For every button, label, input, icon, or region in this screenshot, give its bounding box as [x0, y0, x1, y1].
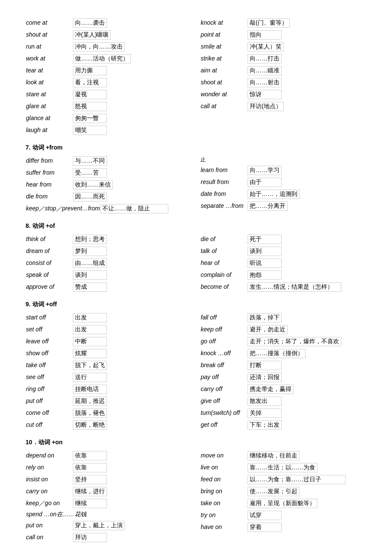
phrase: hear from	[26, 181, 73, 188]
meaning: 出发	[73, 313, 107, 322]
meaning: 关掉	[248, 408, 282, 418]
entry-spend-on: spend …on在……花钱	[26, 509, 192, 520]
phrase: wonder at	[201, 91, 248, 98]
meaning: 做……活动（研究）	[73, 54, 131, 63]
phrase: take off	[26, 362, 73, 368]
entry-talk-of: talk of 谈到	[200, 245, 366, 257]
phrase: keep off	[201, 326, 248, 333]
phrase: smile at	[201, 43, 248, 50]
entry-knock-off: knock …off 把……撞落（撞倒）	[200, 348, 366, 359]
meaning: 炫耀	[73, 349, 107, 358]
entry-keep-go-on: keep／go on 继续	[26, 497, 192, 509]
entry-take-off: take off 脱下，起飞	[26, 359, 192, 371]
meaning: 使……发展；引起	[248, 487, 300, 496]
entry-strike-at: strike at 向……打击	[200, 53, 366, 65]
phrase: call on	[26, 534, 73, 541]
col-left-at: come at 向……袭击 shout at 冲(某人)嚷嚷 run at 冲向…	[26, 17, 192, 136]
entry-differ-from: differ from 与……不同	[26, 155, 192, 167]
phrase: depend on	[26, 452, 73, 459]
phrase: carry on	[26, 488, 73, 495]
meaning: 跌落，掉下	[248, 313, 282, 322]
phrase: consist of	[26, 259, 73, 266]
meaning: 切断，断绝	[73, 420, 107, 430]
page: come at 向……袭击 shout at 冲(某人)嚷嚷 run at 冲向…	[26, 17, 366, 543]
entry-glare-at: glare at 怒视	[26, 101, 192, 112]
phrase: show off	[26, 350, 73, 357]
meaning: 挂断电话	[73, 385, 107, 394]
phrase: differ from	[26, 157, 73, 164]
entry-stare-at: stare at 凝视	[26, 89, 192, 101]
phrase: give off	[201, 397, 248, 404]
section-on: depend on 依靠 rely on 依靠 insist on 坚持 car…	[26, 450, 366, 543]
col-right-off: fall off 跌落，掉下 keep off 避开，勿走近 go off 走开…	[200, 312, 366, 431]
entry-separate-from: separate …from 把……分离开	[200, 200, 366, 212]
phrase: learn from	[201, 167, 248, 173]
entry-shout-at: shout at 冲(某人)嚷嚷	[26, 29, 192, 41]
meaning: 由于	[248, 178, 282, 187]
meaning: 出发	[73, 325, 107, 334]
section-from: differ from 与……不同 suffer from 受……苦 hear …	[26, 155, 366, 215]
meaning	[94, 515, 162, 516]
meaning: 想到；思考	[73, 235, 107, 244]
meaning: 指向	[248, 30, 282, 40]
phrase: date from	[201, 190, 248, 197]
meaning: 始于……，追溯到	[248, 190, 300, 199]
meaning: 继续	[73, 499, 107, 508]
phrase: glance at	[26, 115, 73, 121]
entry-hear-from: hear from 收到……来信	[26, 179, 192, 191]
meaning: 依靠	[73, 463, 107, 472]
entry-learn-from: learn from 向……学习	[200, 164, 366, 176]
meaning: 穿上，戴上，上演	[73, 521, 125, 530]
phrase: separate …from	[201, 202, 248, 209]
meaning: 试穿	[248, 511, 282, 520]
col-left-of: think of 想到；思考 dream of 梦到 consist of 由……	[26, 233, 192, 293]
col-right-from: 止 learn from 向……学习 result from 由于 date f…	[200, 155, 366, 215]
entry-look-at: look at 看，注视	[26, 77, 192, 89]
entry-keep-off: keep off 避开，勿走近	[200, 324, 366, 336]
entry-break-off: break off 打断	[200, 359, 366, 371]
entry-bring-on: bring on 使……发展；引起	[200, 486, 366, 497]
phrase: break off	[201, 362, 248, 368]
meaning: 看，注视	[73, 78, 107, 87]
entry-take-on: take on 雇用，呈现（新面貌等）	[200, 497, 366, 509]
phrase: start off	[26, 314, 73, 321]
entry-tear-at: tear at 用力撕	[26, 65, 192, 77]
entry-feed-on: feed on 以……为食；靠……过日子	[200, 474, 366, 486]
phrase: get off	[201, 421, 248, 428]
phrase: come at	[26, 19, 73, 26]
meaning: 下车；出发	[248, 420, 282, 430]
phrase: turn(switch) off	[201, 409, 248, 416]
meaning: 把……分离开	[248, 201, 288, 211]
phrase: rely on	[26, 464, 73, 471]
section-title-of: 8. 动词 +of	[26, 222, 366, 230]
phrase: ring off	[26, 385, 73, 392]
entry-carry-off: carry off 携走带走，赢得	[200, 383, 366, 395]
entry-pay-off: pay off 还清；回报	[200, 371, 366, 383]
entry-cut-off: cut off 切断，断绝	[26, 419, 192, 431]
section-title-on: 10．动词 +on	[26, 439, 366, 446]
entry-depend-on: depend on 依靠	[26, 450, 192, 462]
phrase: take on	[201, 500, 248, 506]
entry-come-at: come at 向……袭击	[26, 17, 192, 29]
meaning: 雇用，呈现（新面貌等）	[248, 499, 317, 508]
entry-wonder-at: wonder at 惊讶	[200, 89, 366, 101]
meaning: 穿着	[248, 523, 282, 532]
entry-laugh-at: laugh at 嘲笑	[26, 124, 192, 136]
entry-die-of: die of 死于	[200, 233, 366, 245]
phrase: knock at	[201, 19, 248, 26]
meaning: 脱落，褪色	[73, 408, 107, 418]
phrase: dream of	[26, 247, 73, 254]
meaning: 携走带走，赢得	[248, 385, 294, 394]
meaning: 走开；消失；坏了，爆炸，不喜欢	[248, 337, 341, 346]
phrase: insist on	[26, 476, 73, 483]
entry-have-on: have on 穿着	[200, 521, 366, 533]
entry-knock-at: knock at 敲(门、窗等）	[200, 17, 366, 29]
entry-call-at: call at 拜访(地点）	[200, 101, 366, 112]
phrase: keep／go on	[26, 500, 73, 507]
entry-dream-of: dream of 梦到	[26, 245, 192, 257]
meaning: 依靠	[73, 451, 107, 460]
phrase: speak of	[26, 271, 73, 278]
phrase: bring on	[201, 488, 248, 495]
entry-speak-of: speak of 谈到	[26, 269, 192, 281]
phrase: look at	[26, 79, 73, 86]
